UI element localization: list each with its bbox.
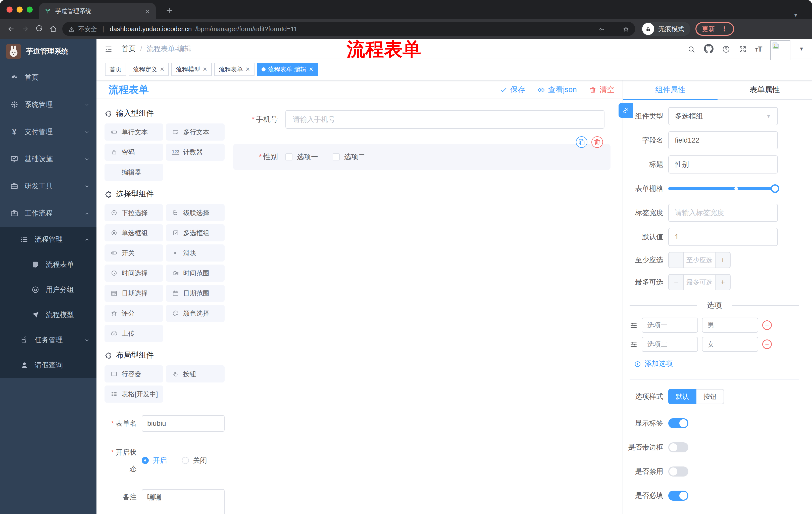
status-radio-closed[interactable]: 关闭: [182, 456, 207, 465]
sidebar-item-user-group[interactable]: 用户分组: [0, 277, 96, 302]
clear-button[interactable]: 清空: [589, 84, 614, 95]
close-icon[interactable]: ✕: [203, 66, 207, 73]
style-default-button[interactable]: 默认: [668, 389, 696, 404]
default-value-input[interactable]: [668, 228, 778, 246]
sidebar-item-home[interactable]: 首页: [0, 64, 96, 91]
browser-menu-icon[interactable]: ⋮: [721, 25, 728, 33]
view-tab-home[interactable]: 首页: [105, 63, 126, 76]
close-icon[interactable]: ✕: [160, 66, 164, 73]
close-icon[interactable]: ✕: [309, 66, 313, 73]
stepper-decrease-button[interactable]: −: [669, 252, 684, 268]
back-icon[interactable]: [4, 22, 18, 36]
save-button[interactable]: 保存: [500, 84, 525, 95]
sidebar-item-payment-management[interactable]: ¥支付管理: [0, 118, 96, 145]
breadcrumb-home[interactable]: 首页: [122, 44, 136, 54]
stepper-increase-button[interactable]: +: [715, 252, 730, 268]
help-icon[interactable]: [722, 44, 730, 54]
sidebar-item-task-management[interactable]: 任务管理: [0, 327, 96, 353]
key-icon[interactable]: [599, 25, 605, 33]
form-name-input[interactable]: [142, 415, 225, 432]
search-icon[interactable]: [687, 44, 695, 54]
minimize-window-button[interactable]: [17, 6, 23, 12]
sidebar-item-infrastructure[interactable]: 基础设施: [0, 145, 96, 172]
component-multi-line-text[interactable]: 多行文本: [166, 124, 225, 141]
drag-handle-icon[interactable]: [630, 321, 638, 330]
close-icon[interactable]: ✕: [245, 66, 250, 73]
component-single-line-text[interactable]: 单行文本: [105, 124, 163, 141]
toggle-with-border[interactable]: [668, 442, 688, 452]
duplicate-field-button[interactable]: [576, 136, 587, 148]
gender-option1-checkbox[interactable]: [285, 154, 292, 160]
field-name-input[interactable]: [668, 131, 778, 150]
sidebar-item-system-management[interactable]: 系统管理: [0, 91, 96, 118]
sidebar-item-process-model[interactable]: 流程模型: [0, 302, 96, 327]
component-type-select[interactable]: 多选框组 ▼: [668, 107, 778, 125]
tab-close-icon[interactable]: [144, 7, 151, 15]
view-tab-process-model[interactable]: 流程模型✕: [171, 63, 211, 76]
sidebar-item-dev-tools[interactable]: 研发工具: [0, 172, 96, 200]
component-counter[interactable]: 123计数器: [166, 143, 225, 161]
remove-option-button[interactable]: −: [762, 340, 772, 349]
tab-form-props[interactable]: 表单属性: [718, 80, 812, 99]
option-label-input-2[interactable]: [642, 337, 698, 352]
component-table[interactable]: 表格[开发中]: [105, 385, 163, 403]
font-size-icon[interactable]: TT: [755, 44, 762, 54]
view-tab-process-form[interactable]: 流程表单✕: [214, 63, 255, 76]
add-option-button[interactable]: 添加选项: [634, 359, 812, 369]
close-window-button[interactable]: [6, 6, 12, 12]
drag-handle-icon[interactable]: [630, 340, 638, 349]
view-tab-process-definition[interactable]: 流程定义✕: [128, 63, 169, 76]
phone-field-input[interactable]: [285, 110, 605, 129]
browser-update-button[interactable]: 更新 ⋮: [695, 22, 734, 36]
tab-component-props[interactable]: 组件属性: [623, 80, 718, 99]
stepper-increase-button[interactable]: +: [715, 275, 730, 290]
toggle-show-label[interactable]: [668, 418, 688, 428]
gender-option2-checkbox[interactable]: [332, 154, 340, 160]
sidebar-logo[interactable]: 芋道管理系统: [0, 39, 96, 64]
component-color-picker[interactable]: 颜色选择: [166, 305, 225, 322]
remove-option-button[interactable]: −: [762, 320, 772, 330]
component-button[interactable]: 按钮: [166, 366, 225, 382]
stepper-decrease-button[interactable]: −: [669, 275, 684, 290]
view-json-button[interactable]: 查看json: [538, 84, 577, 95]
bookmark-star-icon[interactable]: [623, 25, 629, 33]
title-input[interactable]: [668, 155, 778, 173]
status-radio-open[interactable]: 开启: [142, 456, 167, 465]
fullscreen-icon[interactable]: [738, 44, 747, 54]
avatar-caret-icon[interactable]: ▼: [799, 46, 804, 52]
view-tab-process-form-edit[interactable]: 流程表单-编辑✕: [257, 63, 318, 76]
github-icon[interactable]: [704, 44, 714, 54]
form-remark-textarea[interactable]: 嘿嘿: [142, 489, 225, 514]
component-upload[interactable]: 上传: [105, 325, 163, 342]
component-cascader[interactable]: 级联选择: [166, 204, 225, 221]
chrome-caret-icon[interactable]: ▼: [793, 13, 798, 18]
component-row-container[interactable]: 行容器: [105, 366, 163, 382]
sidebar-item-workflow[interactable]: 工作流程: [0, 200, 96, 227]
component-password[interactable]: 密码: [105, 143, 163, 161]
browser-tab[interactable]: 芋道管理系统: [39, 3, 156, 19]
canvas-field-gender-selected[interactable]: *性别 选项一 选项二: [233, 144, 610, 170]
component-date-range[interactable]: 日期范围: [166, 285, 225, 302]
component-editor[interactable]: 编辑器: [105, 164, 163, 181]
delete-field-button[interactable]: [591, 136, 603, 148]
zoom-window-button[interactable]: [27, 6, 33, 12]
slider-handle[interactable]: [771, 184, 779, 193]
option-value-input-1[interactable]: [702, 318, 758, 333]
component-switch[interactable]: 开关: [105, 244, 163, 262]
sidebar-item-process-management[interactable]: 流程管理: [0, 227, 96, 252]
component-time-range[interactable]: 时间范围: [166, 265, 225, 282]
avatar[interactable]: [770, 40, 790, 60]
form-canvas[interactable]: *手机号 *性别: [230, 99, 622, 514]
canvas-field-phone[interactable]: *手机号: [230, 110, 622, 129]
reload-icon[interactable]: [32, 22, 46, 36]
new-tab-button[interactable]: [163, 4, 176, 17]
sidebar-item-leave-query[interactable]: 请假查询: [0, 353, 96, 378]
component-checkbox-group[interactable]: 多选框组: [166, 224, 225, 241]
component-radio-group[interactable]: 单选框组: [105, 224, 163, 241]
component-slider[interactable]: 滑块: [166, 244, 225, 262]
selected-field-link-tag[interactable]: [618, 103, 633, 118]
toggle-required[interactable]: [668, 491, 688, 501]
component-select[interactable]: 下拉选择: [105, 204, 163, 221]
component-time-picker[interactable]: 时间选择: [105, 265, 163, 282]
label-width-input[interactable]: [668, 204, 778, 222]
